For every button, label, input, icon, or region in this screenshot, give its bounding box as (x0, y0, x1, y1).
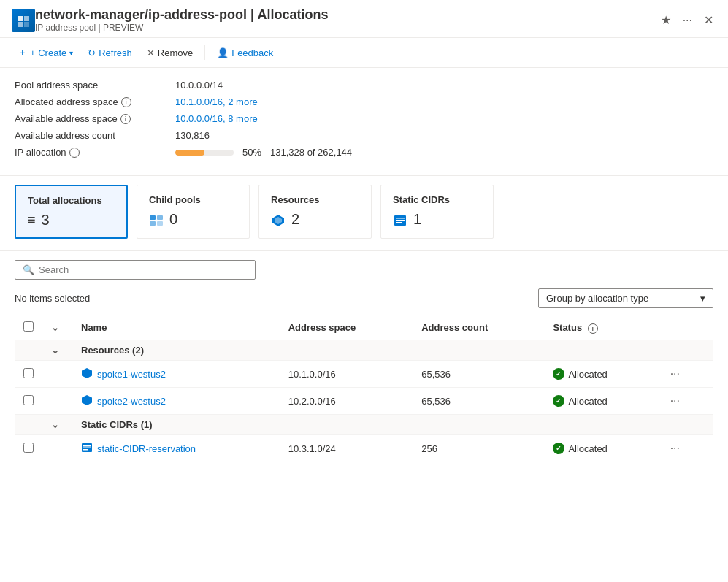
header-status: Status i (544, 315, 656, 340)
close-button[interactable]: ✕ (701, 10, 716, 30)
search-box[interactable]: 🔍 (15, 260, 256, 280)
card-resources-value: 2 (271, 211, 359, 228)
svg-rect-18 (83, 447, 91, 448)
row-more-button[interactable]: ··· (666, 366, 684, 382)
search-input[interactable] (39, 264, 248, 275)
progress-bar (175, 150, 234, 156)
row-more-cell: ··· (657, 435, 713, 462)
group-name-cell: Resources (2) (72, 340, 713, 361)
header-expand-cell: ⌄ (42, 315, 72, 340)
available-info-icon[interactable]: i (120, 114, 131, 124)
svg-rect-2 (18, 22, 23, 27)
header-name: Name (72, 315, 280, 340)
header-actions (657, 315, 713, 340)
row-indent-cell (42, 388, 72, 415)
group-expand-icon[interactable]: ⌄ (51, 419, 59, 430)
feedback-button[interactable]: 👤 Feedback (211, 44, 279, 62)
card-child-pools[interactable]: Child pools 0 (137, 185, 250, 239)
status-text: Allocated (568, 369, 607, 380)
resources-icon (271, 211, 286, 228)
row-more-cell: ··· (657, 361, 713, 388)
card-static-value: 1 (393, 211, 481, 228)
row-name-link[interactable]: spoke2-westus2 (81, 394, 271, 408)
feedback-icon: 👤 (217, 47, 229, 58)
status-badge: Allocated (553, 395, 648, 407)
row-address-count-cell: 65,536 (413, 388, 544, 415)
remove-button[interactable]: ✕ Remove (141, 44, 199, 62)
table-header-row: ⌄ Name Address space Address count Statu… (15, 315, 713, 340)
svg-rect-17 (83, 445, 91, 447)
list-section: 🔍 No items selected Group by allocation … (0, 251, 728, 471)
row-name-cell: static-CIDR-reservation (72, 435, 280, 462)
group-by-label: Group by allocation type (546, 293, 648, 304)
card-resources-title: Resources (271, 194, 359, 205)
create-chevron-icon: ▾ (69, 49, 73, 57)
available-address-space-row: Available address space i 10.0.0.0/16, 8… (15, 113, 713, 124)
toolbar-separator (204, 45, 205, 60)
list-icon: ≡ (28, 212, 36, 228)
allocated-address-space-row: Allocated address space i 10.1.0.0/16, 2… (15, 96, 713, 107)
star-button[interactable]: ★ (658, 10, 674, 30)
allocated-info-icon[interactable]: i (121, 97, 131, 107)
status-badge: Allocated (553, 443, 648, 454)
row-status-cell: Allocated (544, 435, 656, 462)
ip-allocation-label: IP allocation i (15, 147, 175, 158)
header-checkbox-cell (15, 315, 42, 340)
group-by-dropdown[interactable]: Group by allocation type ▾ (538, 288, 713, 308)
status-dot-icon (553, 395, 564, 407)
ip-allocation-info-icon[interactable]: i (69, 148, 80, 158)
table-row: spoke2-westus2 10.2.0.0/16 65,536 Alloca… (15, 388, 713, 415)
row-name-link[interactable]: spoke1-westus2 (81, 367, 271, 381)
available-address-count-value: 130,816 (175, 130, 210, 141)
available-address-space-label: Available address space i (15, 113, 175, 124)
progress-bar-fill (175, 150, 204, 156)
table-group-row: ⌄ Resources (2) (15, 340, 713, 361)
status-info-icon[interactable]: i (588, 323, 598, 334)
row-name-link[interactable]: static-CIDR-reservation (81, 442, 271, 456)
card-total-allocations[interactable]: Total allocations ≡ 3 (15, 185, 128, 239)
allocated-address-space-value[interactable]: 10.1.0.0/16, 2 more (175, 96, 258, 107)
header-address-count: Address count (413, 315, 544, 340)
row-status-cell: Allocated (544, 388, 656, 415)
status-text: Allocated (568, 396, 607, 407)
card-child-title: Child pools (149, 194, 237, 205)
svg-rect-4 (150, 215, 156, 220)
svg-rect-5 (157, 215, 163, 220)
status-dot-icon (553, 368, 564, 380)
available-address-space-value[interactable]: 10.0.0.0/16, 8 more (175, 113, 258, 124)
progress-count: 131,328 of 262,144 (270, 147, 352, 158)
card-static-cidrs[interactable]: Static CIDRs 1 (380, 185, 494, 239)
refresh-button[interactable]: ↻ Refresh (82, 44, 138, 62)
row-more-button[interactable]: ··· (666, 440, 684, 456)
static-cidrs-icon (393, 211, 407, 228)
azure-logo-icon (12, 9, 35, 32)
page-subtitle: IP address pool | PREVIEW (35, 23, 328, 33)
row-address-space-cell: 10.2.0.0/16 (280, 388, 413, 415)
row-checkbox[interactable] (23, 443, 34, 453)
svg-rect-19 (83, 449, 88, 451)
title-text-group: network-manager/ip-address-pool | Alloca… (35, 7, 328, 33)
child-pools-icon (149, 211, 164, 228)
card-resources[interactable]: Resources 2 (258, 185, 372, 239)
row-address-count-cell: 65,536 (413, 361, 544, 388)
row-more-button[interactable]: ··· (666, 393, 684, 409)
group-chevron-cell: ⌄ (42, 340, 72, 361)
svg-rect-13 (396, 222, 402, 223)
row-checkbox[interactable] (23, 395, 34, 405)
row-address-space-cell: 10.3.1.0/24 (280, 435, 413, 462)
select-all-checkbox[interactable] (23, 321, 34, 332)
create-icon: ＋ (18, 46, 27, 59)
create-button[interactable]: ＋ + Create ▾ (12, 42, 79, 63)
more-options-button[interactable]: ··· (680, 10, 695, 30)
group-name-cell: Static CIDRs (1) (72, 415, 713, 435)
expand-all-icon[interactable]: ⌄ (51, 322, 59, 333)
page-title: network-manager/ip-address-pool | Alloca… (35, 7, 328, 23)
table-group-row: ⌄ Static CIDRs (1) (15, 415, 713, 435)
table-row: static-CIDR-reservation 10.3.1.0/24 256 … (15, 435, 713, 462)
title-bar-actions: ★ ··· ✕ (658, 10, 716, 30)
row-type-icon (81, 442, 93, 456)
pool-address-space-value: 10.0.0.0/14 (175, 80, 223, 91)
row-checkbox[interactable] (23, 368, 34, 378)
group-expand-icon[interactable]: ⌄ (51, 345, 59, 356)
dropdown-chevron-icon: ▾ (700, 293, 705, 304)
